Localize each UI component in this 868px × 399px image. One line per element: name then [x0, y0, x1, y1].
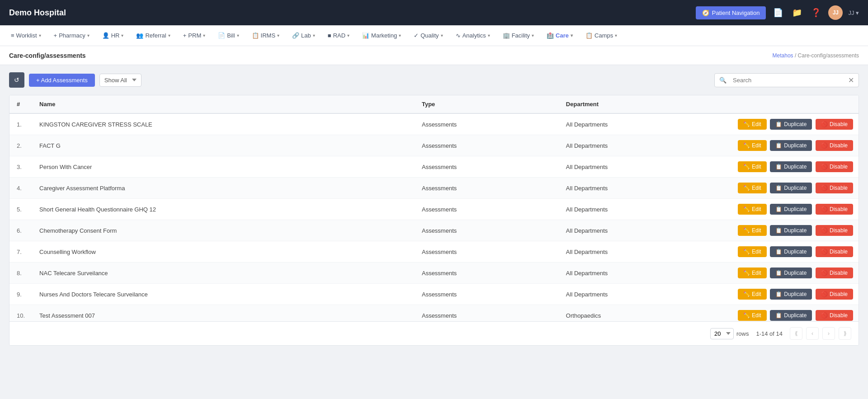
cell-type: Assessments: [415, 178, 559, 199]
cell-name: Short General Health Questionnaire GHQ 1…: [32, 199, 415, 220]
rad-icon: ■: [328, 32, 331, 39]
nav-item-camps[interactable]: 📋 Camps ▾: [580, 29, 623, 42]
nav-item-hr[interactable]: 👤 HR ▾: [97, 29, 129, 42]
duplicate-icon: 📋: [775, 121, 782, 127]
disable-button[interactable]: 🚫 Disable: [816, 310, 853, 321]
assessments-table-container: # Name Type Department 1. KINGSTON CAREG…: [9, 95, 859, 346]
navigation-icon: 🧭: [702, 9, 709, 16]
disable-button[interactable]: 🚫 Disable: [816, 140, 853, 151]
search-clear-button[interactable]: ✕: [844, 76, 859, 84]
duplicate-icon: 📋: [775, 185, 782, 191]
cell-type: Assessments: [415, 156, 559, 178]
cell-type: Assessments: [415, 135, 559, 156]
edit-icon: ✏️: [743, 185, 750, 191]
nav-item-bill[interactable]: 📄 Bill ▾: [212, 29, 244, 42]
cell-department: All Departments: [559, 156, 723, 178]
edit-button[interactable]: ✏️ Edit: [738, 225, 767, 236]
disable-button[interactable]: 🚫 Disable: [816, 204, 853, 215]
cell-type: Assessments: [415, 220, 559, 241]
nav-item-worklist[interactable]: ≡ Worklist ▾: [5, 29, 47, 42]
edit-button[interactable]: ✏️ Edit: [738, 140, 767, 151]
nav-item-referral[interactable]: 👥 Referral ▾: [131, 29, 175, 42]
breadcrumb-home-link[interactable]: Metahos: [773, 52, 793, 59]
table-wrapper: # Name Type Department 1. KINGSTON CAREG…: [9, 95, 859, 321]
folder-icon-button[interactable]: 📁: [790, 6, 804, 19]
duplicate-button[interactable]: 📋 Duplicate: [770, 225, 812, 236]
avatar[interactable]: JJ: [828, 5, 843, 20]
search-input[interactable]: [731, 74, 844, 87]
prev-page-button[interactable]: ‹: [806, 327, 819, 340]
nav-item-prm[interactable]: + PRM ▾: [178, 29, 211, 42]
cell-name: Person With Cancer: [32, 156, 415, 178]
edit-button[interactable]: ✏️ Edit: [738, 289, 767, 300]
nav-item-quality[interactable]: ✓ Quality ▾: [408, 29, 448, 42]
duplicate-button[interactable]: 📋 Duplicate: [770, 140, 812, 151]
patient-navigation-button[interactable]: 🧭 Patient Navigation: [696, 6, 766, 19]
chevron-down-icon: ▾: [237, 33, 239, 38]
nav-item-marketing[interactable]: 📊 Marketing ▾: [357, 29, 406, 42]
assessments-table: # Name Type Department 1. KINGSTON CAREG…: [9, 95, 859, 321]
duplicate-icon: 📋: [775, 291, 782, 297]
first-page-button[interactable]: ⟪: [790, 327, 802, 340]
duplicate-icon: 📋: [775, 312, 782, 319]
help-icon-button[interactable]: ❓: [809, 6, 823, 19]
camps-icon: 📋: [585, 32, 593, 39]
next-page-button[interactable]: ›: [822, 327, 835, 340]
table-row: 4. Caregiver Assessment Platforma Assess…: [9, 178, 859, 199]
duplicate-button[interactable]: 📋 Duplicate: [770, 183, 812, 193]
duplicate-icon: 📋: [775, 206, 782, 212]
duplicate-button[interactable]: 📋 Duplicate: [770, 268, 812, 278]
disable-icon: 🚫: [821, 164, 828, 170]
disable-button[interactable]: 🚫 Disable: [816, 161, 853, 172]
edit-button[interactable]: ✏️ Edit: [738, 310, 767, 321]
quality-icon: ✓: [414, 32, 419, 39]
disable-icon: 🚫: [821, 312, 828, 319]
nav-item-care[interactable]: 🏥 Care ▾: [541, 29, 578, 42]
disable-button[interactable]: 🚫 Disable: [816, 183, 853, 193]
chevron-down-icon: ▾: [571, 33, 573, 38]
edit-button[interactable]: ✏️ Edit: [738, 183, 767, 193]
duplicate-button[interactable]: 📋 Duplicate: [770, 161, 812, 172]
duplicate-button[interactable]: 📋 Duplicate: [770, 310, 812, 321]
nav-item-irms[interactable]: 📋 IRMS ▾: [246, 29, 285, 42]
cell-actions: ✏️ Edit 📋 Duplicate 🚫 Disable: [723, 284, 859, 305]
add-assessments-button[interactable]: + Add Assessments: [29, 74, 95, 87]
cell-department: All Departments: [559, 241, 723, 263]
disable-button[interactable]: 🚫 Disable: [816, 289, 853, 300]
edit-button[interactable]: ✏️ Edit: [738, 119, 767, 130]
breadcrumb-bar: Care-config/assessments Metahos / Care-c…: [0, 46, 868, 65]
cell-name: Nurses And Doctors Telecare Surveilance: [32, 284, 415, 305]
chevron-down-icon: ▾: [441, 33, 443, 38]
duplicate-button[interactable]: 📋 Duplicate: [770, 119, 812, 130]
disable-button[interactable]: 🚫 Disable: [816, 246, 853, 257]
disable-button[interactable]: 🚫 Disable: [816, 268, 853, 278]
nav-item-rad[interactable]: ■ RAD ▾: [322, 29, 355, 42]
duplicate-button[interactable]: 📋 Duplicate: [770, 204, 812, 215]
nav-item-pharmacy[interactable]: + Pharmacy ▾: [48, 29, 95, 42]
edit-button[interactable]: ✏️ Edit: [738, 161, 767, 172]
rows-per-page-select[interactable]: 10 20 50 100: [710, 328, 734, 339]
cell-type: Assessments: [415, 113, 559, 135]
nav-item-lab[interactable]: 🔗 Lab ▾: [287, 29, 321, 42]
rows-per-page: 10 20 50 100 rows: [710, 328, 749, 339]
nav-item-facility[interactable]: 🏢 Facility ▾: [497, 29, 539, 42]
refresh-button[interactable]: ↺: [9, 72, 24, 88]
user-label[interactable]: JJ ▾: [848, 9, 859, 16]
nav-item-analytics[interactable]: ∿ Analytics ▾: [450, 29, 495, 42]
duplicate-button[interactable]: 📋 Duplicate: [770, 289, 812, 300]
duplicate-button[interactable]: 📋 Duplicate: [770, 246, 812, 257]
navbar: ≡ Worklist ▾ + Pharmacy ▾ 👤 HR ▾ 👥 Refer…: [0, 25, 868, 46]
show-all-select[interactable]: Show All Active Disabled: [99, 74, 142, 87]
disable-button[interactable]: 🚫 Disable: [816, 225, 853, 236]
disable-button[interactable]: 🚫 Disable: [816, 119, 853, 130]
duplicate-icon: 📋: [775, 227, 782, 234]
table-row: 5. Short General Health Questionnaire GH…: [9, 199, 859, 220]
last-page-button[interactable]: ⟫: [839, 327, 851, 340]
edit-button[interactable]: ✏️ Edit: [738, 268, 767, 278]
cell-actions: ✏️ Edit 📋 Duplicate 🚫 Disable: [723, 305, 859, 322]
documents-icon-button[interactable]: 📄: [771, 6, 785, 19]
edit-button[interactable]: ✏️ Edit: [738, 246, 767, 257]
edit-button[interactable]: ✏️ Edit: [738, 204, 767, 215]
cell-name: FACT G: [32, 135, 415, 156]
header-actions: 🧭 Patient Navigation 📄 📁 ❓ JJ JJ ▾: [696, 5, 859, 20]
